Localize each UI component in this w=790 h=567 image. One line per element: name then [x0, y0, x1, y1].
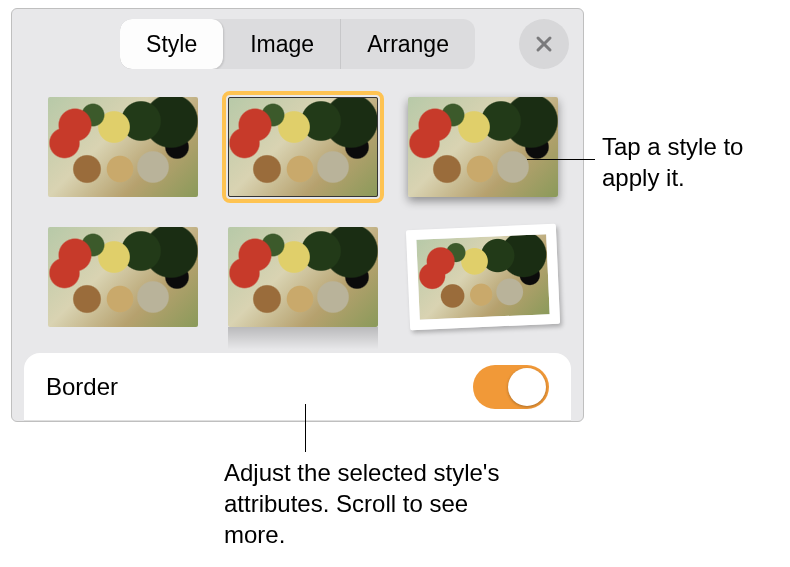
style-thumbnail-reflection[interactable] — [228, 227, 378, 327]
style-thumbnail-plain-2[interactable] — [48, 227, 198, 327]
style-thumbnail-frame[interactable] — [406, 224, 560, 330]
border-row: Border — [24, 353, 571, 421]
style-thumbnail-shadow[interactable] — [408, 97, 558, 197]
tabs-group: Style Image Arrange — [120, 19, 475, 69]
tab-style[interactable]: Style — [120, 19, 224, 69]
close-button[interactable] — [519, 19, 569, 69]
callout-leader-line — [305, 404, 306, 452]
border-label: Border — [46, 373, 118, 401]
format-panel: Style Image Arrange Border — [11, 8, 584, 422]
style-grid — [48, 97, 559, 327]
border-toggle[interactable] — [473, 365, 549, 409]
callout-apply-style: Tap a style to apply it. — [602, 131, 778, 193]
style-thumbnail-plain[interactable] — [48, 97, 198, 197]
tab-arrange[interactable]: Arrange — [341, 19, 475, 69]
callout-adjust-attributes: Adjust the selected style's attributes. … — [224, 457, 534, 551]
tab-image[interactable]: Image — [224, 19, 341, 69]
tab-bar: Style Image Arrange — [12, 19, 583, 69]
style-thumbnail-border[interactable] — [228, 97, 378, 197]
callout-leader-line — [527, 159, 595, 160]
close-icon — [534, 34, 554, 54]
toggle-knob — [508, 368, 546, 406]
